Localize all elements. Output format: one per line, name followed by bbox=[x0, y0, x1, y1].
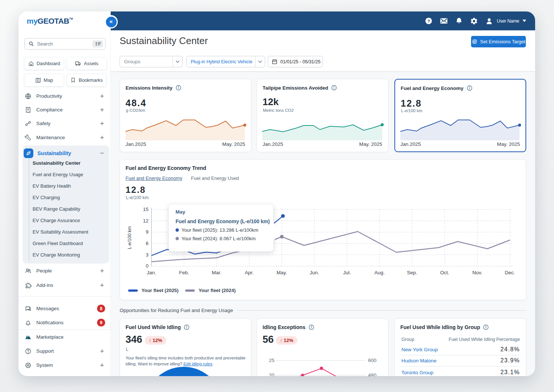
svg-text:0: 0 bbox=[146, 263, 148, 269]
svg-text:15: 15 bbox=[143, 207, 148, 212]
svg-text:6: 6 bbox=[146, 241, 148, 246]
svg-text:Apr.: Apr. bbox=[245, 270, 254, 275]
svg-text:Oct.: Oct. bbox=[440, 270, 450, 275]
svg-text:?: ? bbox=[427, 19, 430, 24]
svg-text:Jan.: Jan. bbox=[147, 270, 156, 275]
svg-text:3: 3 bbox=[146, 252, 148, 258]
svg-text:Sep.: Sep. bbox=[407, 270, 417, 275]
svg-text:Jun.: Jun. bbox=[310, 270, 319, 275]
svg-text:12: 12 bbox=[143, 218, 148, 224]
svg-text:Mar.: Mar. bbox=[212, 270, 221, 275]
svg-text:Jul.: Jul. bbox=[343, 270, 351, 275]
svg-text:9: 9 bbox=[146, 229, 148, 235]
svg-text:May.: May. bbox=[277, 270, 287, 275]
svg-text:Feb.: Feb. bbox=[179, 270, 189, 275]
svg-text:L-e/100 km: L-e/100 km bbox=[127, 226, 132, 249]
svg-text:Aug.: Aug. bbox=[374, 270, 385, 275]
svg-text:Nov.: Nov. bbox=[473, 270, 483, 275]
svg-text:Dec.: Dec. bbox=[505, 270, 515, 275]
